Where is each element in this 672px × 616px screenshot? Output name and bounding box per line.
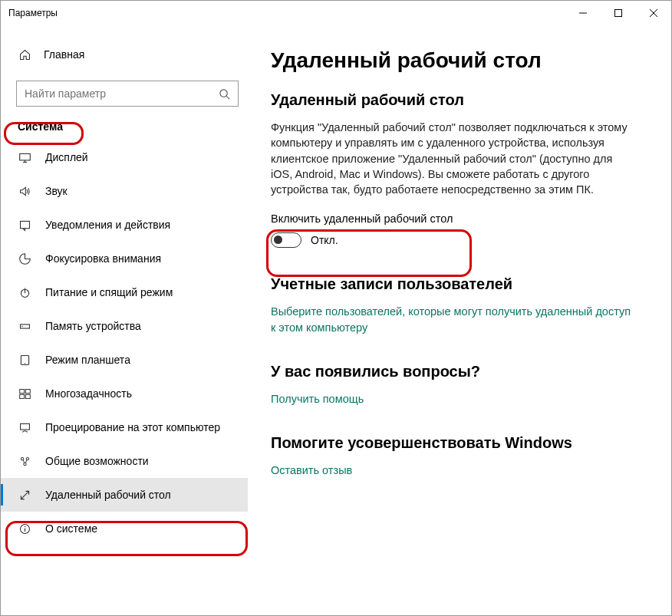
get-help-link[interactable]: Получить помощь: [271, 391, 631, 407]
toggle-state: Откл.: [311, 234, 338, 246]
nav-label: Общие возможности: [45, 455, 149, 467]
nav-label: Режим планшета: [45, 354, 130, 366]
svg-line-5: [226, 96, 229, 99]
toggle-row: Включить удаленный рабочий стол Откл.: [271, 212, 648, 248]
content-pane: Удаленный рабочий стол Удаленный рабочий…: [248, 25, 671, 615]
nav-item-display[interactable]: Дисплей: [1, 140, 248, 174]
window-title: Параметры: [8, 8, 58, 18]
nav-label: Проецирование на этот компьютер: [45, 421, 220, 433]
svg-rect-19: [25, 394, 30, 398]
section-title-users: Учетные записи пользователей: [271, 275, 648, 293]
nav-label: Звук: [45, 185, 68, 197]
section-body-remote: Функция "Удаленный рабочий стол" позволя…: [271, 120, 631, 197]
section-header-system: Система: [18, 120, 248, 133]
nav-label: Дисплей: [45, 151, 88, 163]
search-box[interactable]: [16, 81, 239, 107]
nav-item-multitasking[interactable]: Многозадачность: [1, 377, 248, 410]
select-users-link[interactable]: Выберите пользователей, которые могут по…: [271, 304, 631, 335]
nav-label: Многозадачность: [45, 387, 132, 400]
maximize-button[interactable]: [601, 1, 636, 25]
nav-item-tablet[interactable]: Режим планшета: [1, 343, 248, 377]
svg-point-23: [23, 463, 25, 465]
nav-label: Уведомления и действия: [45, 219, 170, 231]
section-title-remote: Удаленный рабочий стол: [271, 91, 648, 109]
remote-desktop-toggle[interactable]: [271, 232, 301, 248]
close-button[interactable]: [636, 1, 671, 25]
minimize-button[interactable]: [565, 1, 601, 25]
sound-icon: [18, 184, 31, 198]
nav-item-storage[interactable]: Память устройства: [1, 309, 248, 343]
nav-item-sound[interactable]: Звук: [1, 174, 248, 208]
page-title: Удаленный рабочий стол: [271, 48, 648, 73]
svg-rect-6: [19, 153, 30, 160]
home-nav[interactable]: Главная: [1, 39, 248, 70]
home-icon: [18, 48, 31, 61]
search-input[interactable]: [25, 87, 219, 100]
power-icon: [18, 285, 31, 299]
nav-label: О системе: [45, 522, 97, 535]
nav-label: Память устройства: [45, 320, 141, 332]
svg-point-15: [24, 363, 25, 364]
storage-icon: [18, 319, 31, 333]
remote-desktop-icon: [18, 488, 31, 502]
svg-rect-18: [19, 394, 24, 398]
titlebar: Параметры: [1, 1, 671, 25]
svg-rect-12: [20, 324, 29, 328]
toggle-label: Включить удаленный рабочий стол: [271, 212, 648, 225]
section-title-feedback: Помогите усовершенствовать Windows: [271, 434, 648, 452]
svg-rect-17: [25, 389, 30, 393]
titlebar-controls: [565, 1, 671, 25]
section-title-help: У вас появились вопросы?: [271, 363, 648, 380]
svg-point-4: [220, 89, 227, 96]
svg-line-25: [25, 460, 27, 463]
search-icon: [219, 88, 230, 100]
nav-item-about[interactable]: О системе: [1, 512, 248, 545]
nav-item-remote-desktop[interactable]: Удаленный рабочий стол: [1, 478, 248, 512]
feedback-link[interactable]: Оставить отзыв: [271, 463, 631, 478]
nav-label: Питание и спящий режим: [45, 286, 173, 298]
svg-rect-16: [19, 389, 24, 393]
shared-icon: [18, 454, 31, 468]
home-label: Главная: [44, 48, 84, 61]
toggle-knob: [274, 236, 282, 244]
sidebar: Главная Система Дисплей Звук Уведо: [1, 25, 248, 615]
display-icon: [18, 150, 31, 164]
focus-icon: [18, 252, 31, 265]
svg-point-13: [21, 325, 22, 326]
projecting-icon: [18, 420, 31, 434]
nav-item-focus[interactable]: Фокусировка внимания: [1, 242, 248, 275]
nav-item-power[interactable]: Питание и спящий режим: [1, 275, 248, 309]
notifications-icon: [18, 218, 31, 232]
multitasking-icon: [18, 387, 31, 400]
nav-item-shared[interactable]: Общие возможности: [1, 444, 248, 478]
svg-rect-9: [20, 221, 29, 228]
svg-line-24: [22, 460, 24, 463]
nav-label: Удаленный рабочий стол: [45, 489, 171, 501]
svg-point-29: [24, 525, 25, 527]
nav-item-projecting[interactable]: Проецирование на этот компьютер: [1, 410, 248, 444]
nav-label: Фокусировка внимания: [45, 252, 161, 265]
svg-rect-20: [20, 423, 29, 430]
about-icon: [18, 522, 31, 535]
svg-line-26: [21, 491, 28, 499]
svg-rect-1: [615, 10, 622, 17]
tablet-icon: [18, 353, 31, 367]
toggle-control: Откл.: [271, 232, 648, 248]
nav-item-notifications[interactable]: Уведомления и действия: [1, 208, 248, 242]
